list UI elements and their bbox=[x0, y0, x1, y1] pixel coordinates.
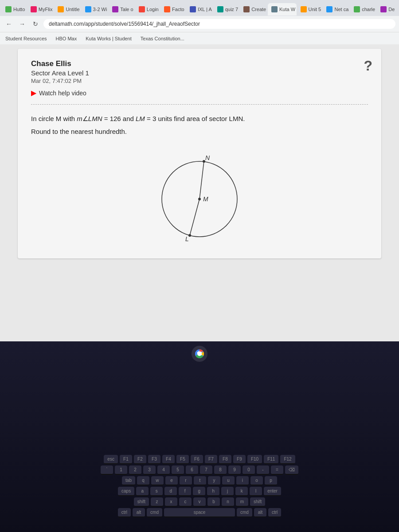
key-f9[interactable]: F9 bbox=[233, 455, 246, 464]
key-f4[interactable]: F4 bbox=[162, 455, 175, 464]
key-z[interactable]: z bbox=[151, 497, 163, 507]
key-b[interactable]: b bbox=[207, 497, 220, 507]
help-video-link[interactable]: ▶ Watch help video bbox=[31, 89, 368, 97]
key-ctrl[interactable]: ctrl bbox=[118, 508, 131, 517]
key-5[interactable]: 5 bbox=[172, 466, 184, 475]
key-minus[interactable]: - bbox=[257, 466, 269, 475]
tab-charle[interactable]: charle bbox=[350, 3, 376, 16]
tab-untitle[interactable]: Untitle bbox=[54, 3, 81, 16]
key-p[interactable]: p bbox=[265, 476, 277, 485]
key-j[interactable]: j bbox=[221, 487, 234, 496]
key-f5[interactable]: F5 bbox=[176, 455, 189, 464]
tab-unit5[interactable]: Unit 5 bbox=[297, 3, 323, 16]
address-input[interactable] bbox=[43, 19, 395, 29]
key-backspace[interactable]: ⌫ bbox=[285, 466, 298, 475]
key-esc[interactable]: esc bbox=[104, 455, 118, 464]
key-v[interactable]: v bbox=[193, 497, 206, 507]
refresh-button[interactable]: ↻ bbox=[30, 19, 41, 29]
bookmark-student-resources[interactable]: Student Resources bbox=[4, 35, 49, 42]
key-i[interactable]: i bbox=[236, 476, 249, 485]
keyboard-row-qwerty: tab q w e r t y u i o p bbox=[9, 476, 390, 485]
key-q[interactable]: q bbox=[137, 476, 149, 485]
round-instruction: Round to the nearest hundredth. bbox=[31, 128, 368, 135]
key-enter[interactable]: enter bbox=[264, 487, 281, 496]
keyboard-row-bottom: ctrl alt cmd space cmd alt ctrl bbox=[9, 508, 390, 517]
key-caps[interactable]: caps bbox=[118, 487, 134, 496]
tab-myflix[interactable]: MyFlix bbox=[27, 3, 54, 16]
tab-favicon bbox=[31, 6, 37, 12]
key-l[interactable]: l bbox=[250, 487, 262, 496]
key-n[interactable]: n bbox=[222, 497, 234, 507]
key-shift-r[interactable]: shift bbox=[250, 497, 265, 507]
tab-login[interactable]: Login bbox=[135, 3, 160, 16]
tab-3-2-wi[interactable]: 3-2 Wi bbox=[82, 3, 109, 16]
key-f6[interactable]: F6 bbox=[191, 455, 203, 464]
key-f7[interactable]: F7 bbox=[205, 455, 217, 464]
key-w[interactable]: w bbox=[151, 476, 164, 485]
key-d[interactable]: d bbox=[164, 487, 177, 496]
key-alt-r[interactable]: alt bbox=[254, 508, 266, 517]
bookmark-kuta[interactable]: Kuta Works | Student bbox=[84, 35, 133, 42]
tab-hutto[interactable]: Hutto bbox=[2, 3, 27, 16]
tab-ixl[interactable]: IXL | A bbox=[186, 3, 213, 16]
tab-tale[interactable]: Tale o bbox=[109, 3, 135, 16]
key-y[interactable]: y bbox=[208, 476, 220, 485]
key-backtick[interactable]: ` bbox=[101, 466, 113, 475]
key-m[interactable]: m bbox=[236, 497, 248, 507]
key-6[interactable]: 6 bbox=[186, 466, 198, 475]
key-1[interactable]: 1 bbox=[115, 466, 127, 475]
tab-favicon bbox=[354, 6, 360, 12]
tab-de[interactable]: De bbox=[377, 3, 397, 16]
address-bar-row: ← → ↻ bbox=[0, 16, 399, 32]
back-button[interactable]: ← bbox=[4, 19, 14, 29]
tab-bar: Hutto MyFlix Untitle 3-2 Wi Tale o Login… bbox=[0, 0, 399, 16]
key-f[interactable]: f bbox=[179, 487, 191, 496]
key-7[interactable]: 7 bbox=[200, 466, 212, 475]
key-0[interactable]: 0 bbox=[243, 466, 255, 475]
key-f12[interactable]: F12 bbox=[280, 455, 295, 464]
key-cmd-l[interactable]: cmd bbox=[147, 508, 162, 517]
key-o[interactable]: o bbox=[250, 476, 263, 485]
key-g[interactable]: g bbox=[193, 487, 205, 496]
key-f10[interactable]: F10 bbox=[247, 455, 262, 464]
key-f1[interactable]: F1 bbox=[120, 455, 132, 464]
help-video-label[interactable]: Watch help video bbox=[39, 90, 86, 97]
key-h[interactable]: h bbox=[207, 487, 219, 496]
key-equal[interactable]: = bbox=[271, 466, 283, 475]
key-4[interactable]: 4 bbox=[157, 466, 170, 475]
key-t[interactable]: t bbox=[194, 476, 206, 485]
tab-favicon bbox=[112, 6, 118, 12]
key-shift-l[interactable]: shift bbox=[134, 497, 149, 507]
key-u[interactable]: u bbox=[222, 476, 235, 485]
forward-button[interactable]: → bbox=[17, 19, 27, 29]
tab-kuta[interactable]: Kuta W bbox=[268, 3, 297, 16]
key-3[interactable]: 3 bbox=[143, 466, 156, 475]
key-space[interactable]: space bbox=[164, 508, 235, 517]
key-a[interactable]: a bbox=[136, 487, 149, 496]
key-8[interactable]: 8 bbox=[214, 466, 227, 475]
key-9[interactable]: 9 bbox=[228, 466, 241, 475]
key-k[interactable]: k bbox=[235, 487, 248, 496]
bookmark-texas[interactable]: Texas Constitution... bbox=[139, 35, 186, 42]
question-mark-icon[interactable]: ? bbox=[364, 58, 372, 74]
key-c[interactable]: c bbox=[179, 497, 192, 507]
tab-netca[interactable]: Net ca bbox=[323, 3, 350, 16]
key-x[interactable]: x bbox=[165, 497, 177, 507]
tab-create[interactable]: Create bbox=[240, 3, 267, 16]
key-f3[interactable]: F3 bbox=[148, 455, 160, 464]
key-ctrl-r[interactable]: ctrl bbox=[268, 508, 281, 517]
key-r[interactable]: r bbox=[180, 476, 192, 485]
key-cmd-r[interactable]: cmd bbox=[237, 508, 252, 517]
key-f2[interactable]: F2 bbox=[134, 455, 146, 464]
bookmark-hbo[interactable]: HBO Max bbox=[54, 35, 79, 42]
key-e[interactable]: e bbox=[165, 476, 178, 485]
tab-quiz[interactable]: quiz 7 bbox=[214, 3, 240, 16]
key-f11[interactable]: F11 bbox=[264, 455, 278, 464]
key-2[interactable]: 2 bbox=[129, 466, 141, 475]
key-s[interactable]: s bbox=[150, 487, 163, 496]
keyboard-row-fn: esc F1 F2 F3 F4 F5 F6 F7 F8 F9 F10 F11 F… bbox=[9, 455, 390, 464]
tab-facto[interactable]: Facto bbox=[160, 3, 186, 16]
key-alt-l[interactable]: alt bbox=[133, 508, 145, 517]
key-tab[interactable]: tab bbox=[122, 476, 135, 485]
key-f8[interactable]: F8 bbox=[219, 455, 231, 464]
